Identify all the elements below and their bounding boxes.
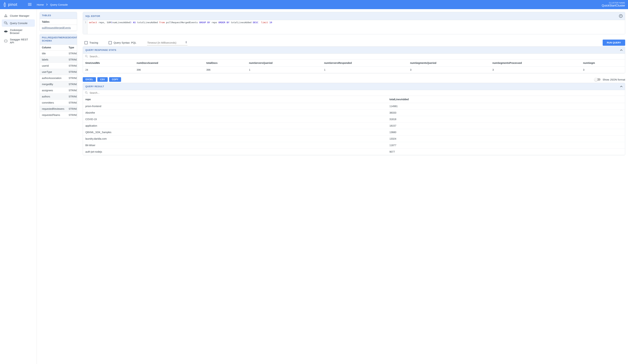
copy-button[interactable]: COPY xyxy=(109,77,121,82)
cluster-info: CLUSTER NAME QuickStartCluster xyxy=(602,2,625,7)
schema-col-type: STRING xyxy=(67,112,77,118)
schema-col-name: userType xyxy=(40,69,67,75)
table-row: requestedTeamsSTRING xyxy=(40,112,77,118)
table-row: COVID-1931818 xyxy=(83,116,625,122)
stats-cell: 396 xyxy=(134,67,204,73)
table-row: userIdSTRING xyxy=(40,63,77,69)
timeout-input[interactable] xyxy=(147,40,187,45)
aux-panel: TABLES Tables pullRequestMergedEvents PU… xyxy=(37,9,80,364)
schema-col-type: STRING xyxy=(67,100,77,106)
controls-row: Tracing Query Syntax: PQL ▲▼ RUN QUERY xyxy=(83,37,625,46)
result-col-repo: repo xyxy=(83,96,387,103)
svg-point-1 xyxy=(5,14,6,15)
schema-col-type: STRING xyxy=(67,75,77,81)
table-row: Absinthe38333 xyxy=(83,110,625,116)
stats-card: QUERY RESPONSE STATS timeUsedMsnumDocsSc… xyxy=(83,46,625,73)
json-toggle: Show JSON format xyxy=(595,78,625,81)
schema-col-name: mergedBy xyxy=(40,81,67,87)
stats-col: timeUsedMs xyxy=(83,60,134,67)
sidebar-item-label: Swagger REST API xyxy=(10,38,33,44)
pql-checkbox[interactable]: Query Syntax: PQL xyxy=(109,41,136,44)
table-row: labelsSTRING xyxy=(40,57,77,63)
zookeeper-icon xyxy=(4,30,8,33)
csv-button[interactable]: CSV xyxy=(97,77,108,82)
result-search-input[interactable] xyxy=(89,91,623,95)
table-row: application18157 xyxy=(83,122,625,129)
table-row: assigneesSTRING xyxy=(40,87,77,94)
schema-col-name: requestedTeams xyxy=(40,112,67,118)
result-repo: COVID-19 xyxy=(83,116,387,122)
checkbox-icon xyxy=(109,41,112,44)
help-icon[interactable]: ? xyxy=(619,14,623,18)
result-repo: application xyxy=(83,122,387,129)
result-search-row xyxy=(83,90,625,96)
table-row: prism-frontend114981 xyxy=(83,103,625,110)
result-val: 31818 xyxy=(387,116,625,122)
table-row: authorsSTRING xyxy=(40,94,77,100)
stats-search-input[interactable] xyxy=(89,55,623,58)
stats-cell: 3 xyxy=(581,67,625,73)
sql-editor[interactable]: 1 select repo, SUM(numLinesAdded) AS tot… xyxy=(83,20,625,34)
pinot-logo-icon: P xyxy=(3,2,7,7)
result-col-total: totalLinesAdded xyxy=(387,96,625,103)
tracing-checkbox[interactable]: Tracing xyxy=(84,41,98,44)
excel-button[interactable]: EXCEL xyxy=(83,77,96,82)
schema-col-type: STRING xyxy=(67,94,77,100)
chevron-right-icon xyxy=(46,3,48,6)
table-row: mergedBySTRING xyxy=(40,81,77,87)
table-link[interactable]: pullRequestMergedEvents xyxy=(42,26,71,29)
table-row: authorAssociationSTRING xyxy=(40,75,77,81)
svg-point-7 xyxy=(4,31,7,32)
sql-code[interactable]: select repo, SUM(numLinesAdded) AS total… xyxy=(87,20,625,34)
pql-label: Query Syntax: PQL xyxy=(114,41,136,44)
sidebar-item-swagger[interactable]: Swagger REST API xyxy=(2,36,35,46)
json-switch[interactable] xyxy=(595,78,601,81)
swagger-icon xyxy=(4,39,8,43)
cluster-icon xyxy=(4,14,8,18)
schema-card: PULLREQUESTMERGEDEVENTS SCHEMA Column Ty… xyxy=(40,34,77,118)
sidebar-item-label: Zookeeper Browser xyxy=(10,28,33,34)
run-query-button[interactable]: RUN QUERY xyxy=(603,40,625,46)
schema-col-name: title xyxy=(40,51,67,57)
logo-text: pinot xyxy=(8,2,17,7)
schema-col-name: authorAssociation xyxy=(40,75,67,81)
svg-point-11 xyxy=(5,41,6,41)
chevron-up-icon[interactable] xyxy=(620,85,623,88)
table-row: userTypeSTRING xyxy=(40,69,77,75)
svg-text:P: P xyxy=(4,4,5,6)
schema-col-name: assignees xyxy=(40,87,67,94)
result-repo: prism-frontend xyxy=(83,103,387,110)
logo: P pinot xyxy=(3,2,17,7)
schema-col-name: requestedReviewers xyxy=(40,106,67,112)
result-repo: Bit-Wiser xyxy=(83,142,387,149)
table-row: QBXML_SDK_Samples13680 xyxy=(83,129,625,136)
stats-cell: 3 xyxy=(408,67,490,73)
result-repo: auth-jwt-nodejs xyxy=(83,149,387,155)
table-row: 2439639611333 xyxy=(83,67,625,73)
sidebar: Cluster Manager Query Console Zookeeper … xyxy=(0,9,37,364)
result-table: repo totalLinesAdded prism-frontend11498… xyxy=(83,96,625,155)
json-toggle-label: Show JSON format xyxy=(603,78,625,81)
stats-col: numSegmentsQueried xyxy=(408,60,490,67)
result-val: 13680 xyxy=(387,129,625,136)
search-icon xyxy=(85,55,88,58)
breadcrumb-home[interactable]: Home xyxy=(37,3,44,6)
tables-col-header: Tables xyxy=(40,19,77,25)
schema-col-type: STRING xyxy=(67,69,77,75)
schema-col-type: STRING xyxy=(67,106,77,112)
stepper-icon[interactable]: ▲▼ xyxy=(185,41,187,44)
svg-point-5 xyxy=(4,22,6,22)
sql-editor-title: SQL EDITOR xyxy=(85,15,100,17)
table-row[interactable]: pullRequestMergedEvents xyxy=(40,25,77,31)
hamburger-icon[interactable] xyxy=(28,3,31,6)
stats-table: timeUsedMsnumDocsScannedtotalDocsnumServ… xyxy=(83,60,625,73)
stats-search-row xyxy=(83,54,625,60)
sidebar-item-zookeeper[interactable]: Zookeeper Browser xyxy=(2,27,35,36)
chevron-up-icon[interactable] xyxy=(620,49,623,51)
svg-point-2 xyxy=(4,16,5,17)
tracing-label: Tracing xyxy=(89,41,98,44)
stats-col: numServersQueried xyxy=(246,60,321,67)
sidebar-item-query-console[interactable]: Query Console xyxy=(2,19,35,27)
sidebar-item-cluster-manager[interactable]: Cluster Manager xyxy=(2,12,35,19)
schema-col-type: STRING xyxy=(67,63,77,69)
